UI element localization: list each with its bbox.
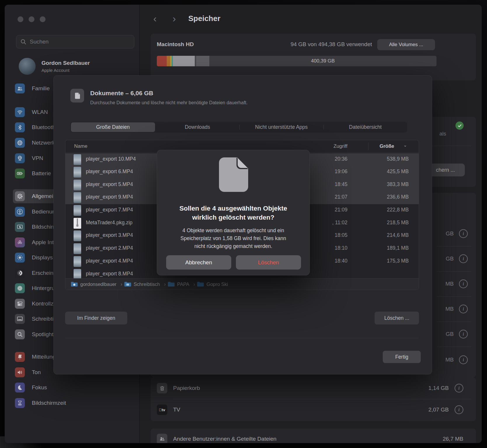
file-name: player_export 7.MP4 — [86, 207, 133, 213]
sidebar-item-bildschirmzeit[interactable]: Bildschirmzeit — [13, 396, 135, 410]
speaker-icon — [15, 367, 25, 377]
sidebar-item-label: Fokus — [32, 384, 47, 391]
trash-row: Papierkorb — [157, 383, 200, 393]
info-icon[interactable]: i — [459, 330, 468, 338]
breadcrumb: gordonsedlbauer › Schreibtisch › PAPA › … — [65, 278, 419, 290]
info-icon[interactable]: i — [459, 305, 468, 313]
system-data-card: Papierkorb 1,14 GB i tv TV 2,07 GB i — [151, 377, 476, 421]
column-header-access[interactable]: Zugriff — [333, 143, 347, 149]
sun-icon — [15, 253, 25, 263]
users-icon — [157, 434, 167, 443]
desktop: Suchen Gordon Sedlbauer Apple Account Fa… — [0, 0, 487, 448]
back-button[interactable]: ‹ — [153, 13, 156, 24]
category-row: MBi — [446, 305, 468, 313]
alert-body-line: nicht rückgängig gemacht werden. — [157, 242, 309, 250]
delete-confirmation-dialog: Sollen die 4 ausgewählten Objekte wirkli… — [157, 150, 310, 275]
info-icon[interactable]: i — [459, 355, 468, 364]
moon-icon — [15, 383, 25, 393]
system-settings-window: Suchen Gordon Sedlbauer Apple Account Fa… — [5, 5, 482, 443]
minimize-window-button[interactable] — [29, 16, 34, 22]
show-in-finder-button[interactable]: Im Finder zeigen — [65, 312, 127, 324]
column-header-size[interactable]: Größe — [380, 143, 394, 149]
document-icon — [70, 89, 84, 103]
storage-bar: 400,39 GB — [157, 56, 436, 66]
storage-segment — [196, 56, 209, 66]
info-icon[interactable]: i — [459, 279, 468, 288]
sheet-subtitle: Durchsuche Dokumente und lösche nicht me… — [90, 100, 248, 105]
file-name: player_export 3.MP4 — [86, 232, 133, 238]
tv-row: tv TV — [157, 404, 180, 415]
file-size: 425,5 MB — [387, 169, 409, 175]
sort-chevron-down-icon[interactable]: ⌄ — [403, 143, 407, 148]
breadcrumb-item[interactable]: Schreibtisch — [134, 282, 160, 287]
row-size: 1,14 GB — [428, 385, 449, 391]
sidebar-item-label: Batterie — [32, 170, 51, 177]
divider — [437, 271, 471, 272]
file-name: player_export 4.MP4 — [86, 258, 133, 264]
hourglass-icon — [15, 398, 25, 408]
delete-confirm-button[interactable]: Löschen — [236, 255, 301, 270]
storage-usage: 94 GB von 494,38 GB verwendet — [291, 41, 372, 48]
all-volumes-button[interactable]: Alle Volumes ... — [377, 39, 435, 50]
magnifier-icon — [15, 329, 25, 339]
tab-downloads[interactable]: Downloads — [156, 122, 240, 133]
tab-nicht-unterstuetzte-apps[interactable]: Nicht unterstützte Apps — [239, 122, 323, 133]
family-icon — [15, 84, 25, 93]
divider — [437, 347, 471, 347]
row-label: TV — [173, 407, 180, 413]
file-size: 236,6 MB — [387, 194, 409, 200]
close-window-button[interactable] — [18, 16, 23, 22]
row-label: Papierkorb — [173, 385, 200, 391]
done-button[interactable]: Fertig — [383, 351, 421, 363]
search-icon — [20, 39, 26, 45]
wallpaper-icon — [15, 283, 25, 293]
zip-file-icon — [74, 218, 81, 229]
appearance-icon — [15, 268, 25, 278]
home-folder-icon — [71, 281, 78, 287]
alert-body-line: 4 Objekte werden dauerhaft gelöscht und … — [157, 227, 309, 235]
file-name: player_export 2.MP4 — [86, 245, 133, 251]
zoom-window-button[interactable] — [40, 16, 46, 22]
search-placeholder: Suchen — [30, 39, 48, 45]
file-size: 383,3 MB — [387, 181, 409, 187]
divider — [437, 246, 471, 246]
breadcrumb-item[interactable]: gordonsedlbauer — [80, 282, 116, 287]
search-input[interactable]: Suchen — [16, 35, 134, 48]
column-separator — [368, 143, 368, 150]
sheet-title: Dokumente – 6,06 GB — [90, 90, 153, 97]
page-title: Speicher — [188, 14, 220, 23]
globe-icon — [15, 138, 25, 148]
sidebar-item-fokus[interactable]: Fokus — [13, 381, 135, 395]
delete-selected-button[interactable]: Löschen ... — [375, 312, 419, 324]
storage-segment — [167, 56, 170, 66]
file-access-time: 18:45 — [335, 181, 347, 187]
breadcrumb-item[interactable]: PAPA — [177, 282, 189, 287]
info-icon[interactable]: i — [459, 229, 468, 238]
category-row: MBi — [446, 355, 468, 364]
cancel-button[interactable]: Abbrechen — [166, 255, 231, 270]
file-name: player_export 5.MP4 — [86, 181, 133, 187]
row-size: 2,07 GB — [428, 407, 449, 413]
info-icon[interactable]: i — [455, 405, 463, 414]
other-users-row: Andere Benutzer:innen & Geteilte Dateien — [157, 434, 276, 443]
account-subtitle: Apple Account — [41, 68, 90, 73]
info-icon[interactable]: i — [455, 384, 463, 393]
chevron-right-icon: › — [164, 281, 166, 287]
video-thumbnail — [74, 180, 81, 190]
tab-grosse-dateien[interactable]: Große Dateien — [71, 122, 155, 132]
wifi-icon — [15, 107, 25, 117]
breadcrumb-item[interactable]: Gopro Ski — [206, 282, 228, 287]
tab-label: Nicht unterstützte Apps — [255, 124, 308, 130]
forward-button[interactable]: › — [173, 13, 176, 24]
apple-intelligence-icon — [15, 237, 25, 247]
column-header-name[interactable]: Name — [74, 143, 87, 149]
vpn-icon — [15, 153, 25, 163]
bell-icon — [15, 352, 25, 362]
info-icon[interactable]: i — [459, 254, 468, 263]
alert-body-line: Speicherplatz von 1,58 GB wird frei. Die… — [157, 235, 309, 242]
tab-dateiuebersicht[interactable]: Dateiübersicht — [323, 122, 408, 133]
file-name: player_export 10.MP4 — [86, 156, 136, 162]
storage-free-label: 400,39 GB — [209, 56, 436, 66]
file-size: 222,8 MB — [387, 207, 409, 213]
account-row[interactable]: Gordon Sedlbauer Apple Account — [19, 58, 90, 75]
